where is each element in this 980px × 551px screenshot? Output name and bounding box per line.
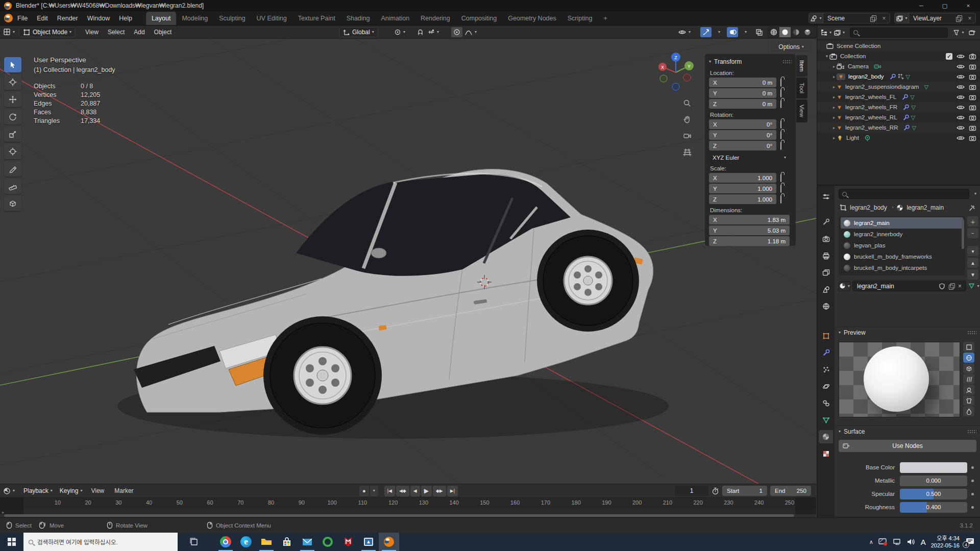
ptab-constraints-icon[interactable] <box>819 396 833 410</box>
preview-sphere-icon[interactable] <box>963 353 974 363</box>
preview-shaderball-icon[interactable] <box>963 385 974 395</box>
zoom-view-icon[interactable] <box>681 97 693 109</box>
ptab-tool-icon[interactable] <box>819 215 833 229</box>
hide-eye-icon[interactable] <box>957 114 965 121</box>
hide-eye-icon[interactable] <box>957 135 965 141</box>
material-slot[interactable]: legran2_innerbody <box>841 229 963 240</box>
properties-filter-dropdown-icon[interactable]: ▾ <box>974 192 976 196</box>
green-ring-app-icon[interactable] <box>317 533 338 551</box>
rotation-y-field[interactable]: Y0° <box>709 130 776 140</box>
material-name-field[interactable]: legran2_main × <box>852 281 966 291</box>
tab-animation[interactable]: Animation <box>376 12 415 25</box>
ptab-output-icon[interactable] <box>819 249 833 262</box>
blender-taskbar-icon[interactable] <box>379 533 399 551</box>
mcafee-icon[interactable] <box>338 533 358 551</box>
editor-type-outliner-icon[interactable]: ▾ <box>820 28 831 38</box>
render-visibility-icon[interactable] <box>969 104 976 111</box>
animate-dot-icon[interactable] <box>971 493 974 495</box>
task-view-button[interactable] <box>184 533 204 551</box>
fake-user-shield-icon[interactable] <box>939 283 945 289</box>
menu-object[interactable]: Object <box>150 29 177 36</box>
start-button[interactable] <box>0 533 23 551</box>
animate-dot-icon[interactable] <box>971 480 974 482</box>
hide-eye-icon[interactable] <box>957 73 965 80</box>
preview-panel-header[interactable]: ▾Preview <box>835 327 980 338</box>
play-icon[interactable]: ▶ <box>421 486 432 496</box>
view-menu[interactable]: View <box>86 487 109 494</box>
lock-icon[interactable] <box>780 90 781 97</box>
lock-icon[interactable] <box>780 174 781 182</box>
ptab-texture-icon[interactable] <box>819 447 833 460</box>
overlays-toggle-icon[interactable] <box>727 27 738 37</box>
proportional-falloff-icon[interactable]: ▾ <box>464 27 477 37</box>
add-workspace-button[interactable]: + <box>598 12 612 25</box>
scale-x-field[interactable]: X1.000 <box>709 173 776 183</box>
outliner-row-wheels-rl[interactable]: ▸ ▼ legran2_wheels_RL ▽ <box>817 112 980 122</box>
material-browse-icon[interactable]: ▾ <box>839 281 850 291</box>
shading-material-icon[interactable] <box>791 27 802 37</box>
perspective-toggle-icon[interactable] <box>681 146 693 158</box>
tab-shading[interactable]: Shading <box>341 12 376 25</box>
pin-icon[interactable] <box>969 205 975 211</box>
rotation-mode-dropdown[interactable]: XYZ Euler▾ <box>709 153 790 162</box>
ptab-physics-icon[interactable] <box>819 380 833 393</box>
ptab-object-icon[interactable] <box>819 329 833 342</box>
dimension-x-field[interactable]: X1.83 m <box>709 215 790 224</box>
capture-app-icon[interactable] <box>358 533 379 551</box>
tool-add-cube[interactable] <box>4 196 21 211</box>
surface-panel-header[interactable]: ▾Surface <box>835 425 980 437</box>
location-z-field[interactable]: Z0 m <box>709 99 776 109</box>
render-visibility-icon[interactable] <box>969 73 976 80</box>
file-explorer-icon[interactable] <box>256 533 277 551</box>
breadcrumb-object[interactable]: legran2_body <box>850 204 887 211</box>
dimension-z-field[interactable]: Z1.18 m <box>709 236 790 246</box>
delete-viewlayer-icon[interactable]: × <box>964 13 975 23</box>
edge-icon[interactable]: e <box>236 533 256 551</box>
viewlayer-name[interactable]: ViewLayer <box>909 15 953 22</box>
filter-icon[interactable]: ▾ <box>953 28 964 38</box>
render-visibility-icon[interactable] <box>969 94 976 101</box>
blender-menu-icon[interactable] <box>4 14 13 22</box>
preview-fluid-icon[interactable] <box>963 406 974 416</box>
taskbar-clock[interactable]: 오후 4:34 2022-05-16 <box>931 535 960 549</box>
menu-help[interactable]: Help <box>114 15 137 22</box>
gizmos-dropdown-icon[interactable]: ▾ <box>713 27 724 37</box>
new-scene-icon[interactable] <box>867 13 878 23</box>
timeline-scrollbar[interactable] <box>4 514 794 517</box>
scene-icon[interactable]: ▾ <box>809 13 823 23</box>
menu-window[interactable]: Window <box>83 15 114 22</box>
add-slot-button[interactable]: ＋ <box>967 216 978 227</box>
tray-chevron-icon[interactable]: ∧ <box>869 539 873 545</box>
hide-eye-icon[interactable] <box>957 94 965 101</box>
render-visibility-icon[interactable] <box>969 84 976 90</box>
outliner-row-wheels-fr[interactable]: ▸ ▼ legran2_wheels_FR ▽ <box>817 102 980 112</box>
jump-to-start-icon[interactable]: |◀ <box>384 486 395 496</box>
render-visibility-icon[interactable] <box>969 63 976 70</box>
tool-measure[interactable] <box>4 179 21 194</box>
outliner-display-mode-icon[interactable]: ▾ <box>834 28 845 38</box>
tab-sculpting[interactable]: Sculpting <box>213 12 251 25</box>
tab-geometry-nodes[interactable]: Geometry Nodes <box>502 12 561 25</box>
current-frame-field[interactable]: 1 <box>675 486 708 496</box>
preview-flat-icon[interactable] <box>963 342 974 352</box>
lock-icon[interactable] <box>780 79 781 86</box>
move-slot-down-icon[interactable]: ▼ <box>967 269 978 280</box>
lock-icon[interactable] <box>780 121 781 128</box>
ptab-viewlayer-icon[interactable] <box>819 266 833 279</box>
collection-checkbox[interactable]: ✓ <box>946 53 952 60</box>
outliner-search-input[interactable] <box>850 28 948 38</box>
store-icon[interactable] <box>277 533 297 551</box>
slot-specials-icon[interactable]: ▾ <box>967 246 978 256</box>
hide-eye-icon[interactable] <box>957 84 965 90</box>
play-reverse-icon[interactable]: ◀ <box>410 486 420 496</box>
camera-view-icon[interactable] <box>681 130 693 142</box>
taskbar-search-input[interactable]: 검색하려면 여기에 입력하십시오. <box>23 533 178 551</box>
base-color-swatch[interactable] <box>900 462 967 473</box>
scale-y-field[interactable]: Y1.000 <box>709 184 776 193</box>
pan-view-icon[interactable] <box>681 113 693 126</box>
maximize-button[interactable]: ▢ <box>933 0 957 11</box>
marker-menu[interactable]: Marker <box>109 487 138 494</box>
viewlayer-selector[interactable]: ▾ ViewLayer × <box>894 13 976 23</box>
outliner-row-wheels-rr[interactable]: ▸ ▼ legran2_wheels_RR ▽ <box>817 122 980 133</box>
material-slot[interactable]: legran2_main <box>841 217 963 229</box>
